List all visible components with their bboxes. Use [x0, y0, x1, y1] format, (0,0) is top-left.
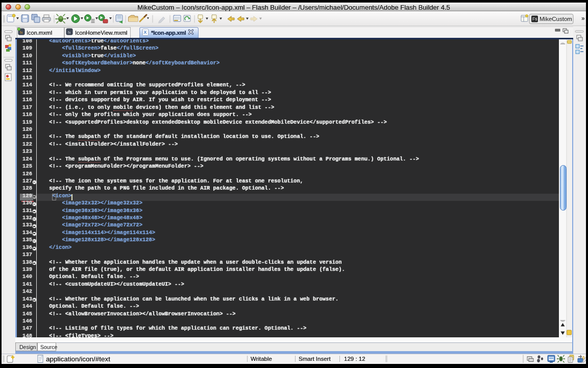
svg-text:MikeCustom: MikeCustom [540, 16, 572, 22]
svg-text:Fs: Fs [532, 16, 537, 21]
svg-text:»: » [581, 15, 585, 22]
